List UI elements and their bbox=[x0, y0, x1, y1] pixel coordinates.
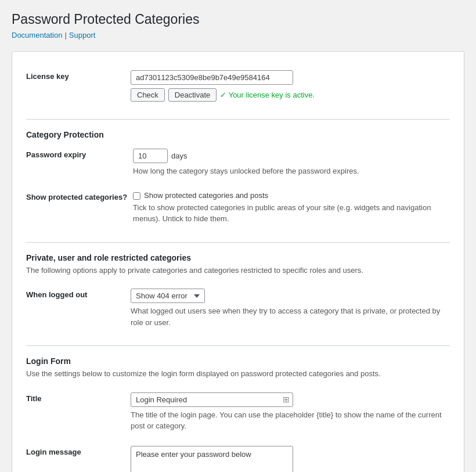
login-message-label: Login message bbox=[26, 439, 131, 473]
login-message-textarea[interactable]: Please enter your password below bbox=[131, 446, 293, 473]
license-key-label: License key bbox=[26, 63, 131, 109]
deactivate-button[interactable]: Deactivate bbox=[168, 88, 217, 102]
password-expiry-label: Password expiry bbox=[26, 142, 133, 184]
title-field-desc: The title of the login page. You can use… bbox=[131, 409, 450, 432]
show-protected-checkbox[interactable] bbox=[133, 192, 140, 200]
show-protected-checkbox-label[interactable]: Show protected categories and posts bbox=[144, 191, 268, 200]
title-field-label: Title bbox=[26, 385, 131, 439]
password-expiry-desc: How long the category stays unlocked bef… bbox=[133, 165, 450, 177]
when-logged-out-select[interactable]: Show 404 error Redirect to login Show me… bbox=[131, 289, 205, 303]
when-logged-out-label: When logged out bbox=[26, 282, 131, 335]
divider-1 bbox=[26, 119, 450, 120]
license-section: License key Check Deactivate ✓ Your lice… bbox=[26, 63, 450, 109]
title-field-input[interactable] bbox=[131, 392, 293, 407]
support-link[interactable]: Support bbox=[69, 31, 96, 39]
divider-3 bbox=[26, 345, 450, 346]
divider-2 bbox=[26, 242, 450, 243]
link-separator: | bbox=[64, 31, 66, 39]
private-section-heading: Private, user and role restricted catego… bbox=[26, 253, 450, 262]
login-form-table: Title ⊞ The title of the login page. You… bbox=[26, 385, 450, 473]
license-key-input[interactable] bbox=[131, 70, 293, 85]
login-form-desc: Use the settings below to customize the … bbox=[26, 368, 450, 380]
category-protection-section: Password expiry days How long the catego… bbox=[26, 142, 450, 232]
documentation-link[interactable]: Documentation bbox=[12, 31, 62, 39]
check-button[interactable]: Check bbox=[131, 88, 165, 102]
when-logged-out-desc: What logged out users see when they try … bbox=[131, 305, 450, 328]
license-status: ✓ Your license key is active. bbox=[220, 91, 315, 99]
page-title: Password Protected Categories bbox=[12, 12, 464, 27]
private-section-desc: The following options apply to private c… bbox=[26, 265, 450, 276]
category-protection-heading: Category Protection bbox=[26, 130, 450, 139]
private-section-table: When logged out Show 404 error Redirect … bbox=[26, 282, 450, 335]
page-links: Documentation|Support bbox=[12, 31, 464, 39]
password-expiry-input[interactable] bbox=[133, 149, 168, 163]
show-protected-label: Show protected categories? bbox=[26, 184, 133, 232]
show-protected-desc: Tick to show protected categories in pub… bbox=[133, 202, 450, 225]
login-form-heading: Login Form bbox=[26, 356, 450, 366]
expiry-unit: days bbox=[171, 152, 187, 160]
